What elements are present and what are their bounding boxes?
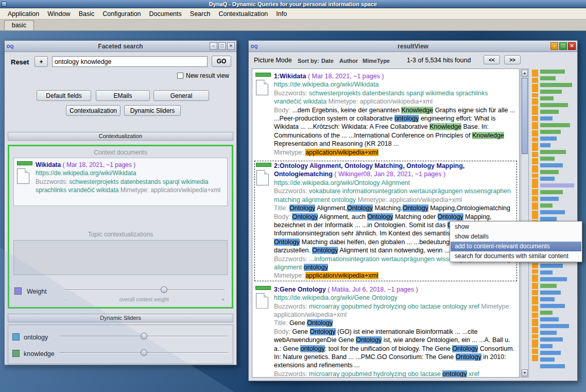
ontology-weight-slider[interactable] (60, 333, 228, 340)
minimize-button[interactable]: − (210, 42, 217, 50)
document-icon (256, 170, 269, 185)
menu-item-basic[interactable]: Basic (75, 9, 98, 19)
slider-thumb[interactable] (141, 333, 147, 339)
result-item-1[interactable]: 1:Wikidata ( Mar 18, 2021, ~1 pages ) ht… (254, 71, 517, 158)
context-menu-item[interactable]: show details (451, 232, 581, 242)
tabstrip: basic (0, 20, 586, 31)
context-menu-item[interactable]: show (451, 222, 581, 232)
minimap-bar (540, 284, 557, 288)
result-title[interactable]: 1:Wikidata ( Mar 18, 2021, ~1 pages ) (274, 72, 516, 80)
minimap-bar (540, 116, 553, 121)
minimap-orange-segment (532, 283, 538, 289)
result-buzzwords: Buzzwords: schwesterprojekts datenbestan… (274, 89, 516, 106)
context-documents-title: Context documents (9, 149, 232, 156)
menu-item-configuration[interactable]: Configuration (99, 9, 144, 19)
minimap-bar (540, 217, 557, 221)
resultview-toolbar: Picture Mode Sort by: Date Author MimeTy… (249, 52, 577, 69)
scroll-up-arrow-icon[interactable]: ▲ (522, 70, 528, 77)
result-item-3[interactable]: 3:Gene Ontology ( Matiia, Jul 6, 2018, ~… (254, 284, 517, 378)
menu-item-contextualization[interactable]: Contextualization (215, 9, 271, 19)
go-button[interactable]: GO (212, 56, 231, 67)
minimap-bar (540, 90, 562, 94)
minimap-orange-segment (532, 138, 538, 142)
knowledge-weight-slider[interactable] (60, 349, 228, 356)
minimap-orange-segment (532, 98, 538, 105)
term-slider-row-knowledge: knowledge (8, 349, 233, 360)
close-button[interactable]: ✕ (227, 42, 235, 50)
scroll-down-arrow-icon[interactable]: ▼ (522, 369, 528, 377)
previous-page-button[interactable]: << (484, 55, 500, 64)
result-title[interactable]: 2:Ontology Alignment, Ontology Matching,… (274, 162, 516, 179)
minimap-bar (540, 357, 555, 362)
contextualization-section-header[interactable]: Contextualization (8, 132, 233, 141)
menu-item-window[interactable]: Window (44, 9, 74, 19)
dynamic-sliders-section-header[interactable]: Dynamic Sliders (8, 314, 233, 322)
minimap-bar (540, 70, 565, 74)
contextualization-button[interactable]: Contextualization (66, 105, 120, 116)
context-document-card[interactable]: Wikidata ( Mar 18, 2021, ~1 pages ) http… (13, 158, 228, 206)
minimap-bar (540, 123, 570, 127)
add-query-field-button[interactable]: + (35, 56, 48, 67)
minimap-bar (540, 137, 557, 141)
scrollbar-thumb[interactable] (522, 78, 528, 154)
document-icon (17, 168, 29, 184)
resultview-titlebar[interactable]: DQ resultView − □ ✕ (249, 41, 577, 52)
menu-item-search[interactable]: Search (186, 9, 214, 19)
topic-contextualizations-title: Topic contextualizations (9, 231, 232, 238)
minimap-orange-segment (532, 158, 538, 164)
menu-item-documents[interactable]: Documents (146, 9, 185, 19)
minimap-orange-segment (532, 313, 538, 318)
menu-item-application[interactable]: Application (4, 9, 43, 19)
dynaq-logo-icon: DQ (251, 44, 260, 49)
minimap-bar (540, 157, 555, 161)
sort-date-button[interactable]: Date (321, 58, 334, 64)
picture-mode-button[interactable]: Picture Mode (254, 57, 292, 64)
context-menu-item[interactable]: search for documents with similar conten… (451, 251, 581, 261)
menu-item-info[interactable]: Info (272, 9, 290, 19)
minimap-bar (540, 203, 553, 208)
result-url[interactable]: https://de.wikipedia.org/wiki/Ontology A… (274, 179, 516, 187)
slider-thumb[interactable] (141, 349, 147, 356)
weight-minus-label: - (65, 297, 66, 302)
tab-basic[interactable]: basic (4, 20, 34, 30)
minimap-orange-segment (532, 165, 538, 173)
dynamic-sliders-button[interactable]: Dynamic Sliders (124, 105, 181, 116)
default-fields-button[interactable]: Default fields (37, 90, 91, 101)
relevance-bar (17, 161, 32, 165)
context-doc-url[interactable]: https://de.wikipedia.org/wiki/Wikidata (36, 169, 224, 177)
emails-button[interactable]: EMails (96, 90, 150, 101)
result-title[interactable]: 3:Gene Ontology ( Matiia, Jul 6, 2018, ~… (274, 285, 516, 294)
term-slider-row-ontology: ontology (8, 332, 233, 344)
minimap-orange-segment (532, 296, 538, 304)
minimap-bar (540, 351, 561, 355)
overall-context-weight-slider[interactable] (65, 286, 225, 294)
minimap-orange-segment (532, 211, 538, 219)
ontology-swatch-icon (12, 333, 20, 340)
search-input[interactable] (52, 56, 208, 67)
result-url[interactable]: https://de.wikipedia.org/wiki/Wikidata (274, 80, 516, 89)
window-titlebar[interactable]: DynaQ - Dynamic Queries for your persona… (0, 0, 586, 8)
minimap-orange-segment (532, 152, 538, 157)
close-button[interactable]: ✕ (568, 42, 576, 50)
minimap-bar (540, 183, 574, 188)
faceted-body: Reset + GO New result view Default field… (5, 52, 236, 366)
document-icon (256, 80, 268, 95)
minimap-bar (540, 190, 563, 194)
faceted-titlebar[interactable]: DQ Faceted search − □ ✕ (5, 41, 236, 52)
relevance-bar (255, 286, 271, 290)
minimap-bar (540, 170, 559, 174)
minimap-bar (540, 76, 556, 80)
reset-button[interactable]: Reset (11, 58, 29, 66)
maximize-button[interactable]: □ (218, 42, 226, 50)
sort-author-button[interactable]: Author (339, 58, 358, 64)
next-page-button[interactable]: >> (504, 55, 521, 64)
maximize-button[interactable]: □ (559, 42, 567, 50)
minimize-button[interactable]: − (550, 42, 558, 50)
general-button[interactable]: General (153, 90, 209, 101)
result-url[interactable]: https://de.wikipedia.org/wiki/Gene Ontol… (274, 294, 516, 302)
context-menu-item[interactable]: add to content-relevant documents (451, 242, 581, 251)
new-result-view-checkbox[interactable] (177, 73, 183, 79)
sort-mimetype-button[interactable]: MimeType (363, 58, 390, 64)
slider-thumb[interactable] (161, 286, 167, 293)
relevance-bar (256, 163, 271, 167)
